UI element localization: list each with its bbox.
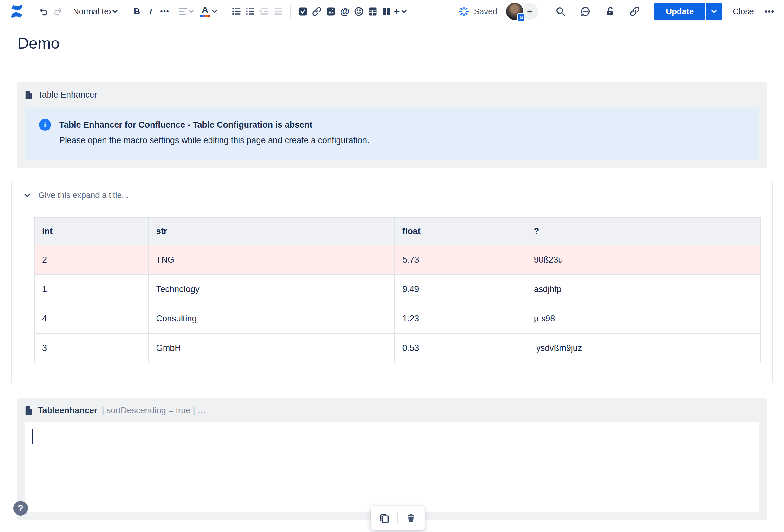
unlock-icon bbox=[605, 6, 615, 17]
expand-section: Give this expand a title... intstrfloat?… bbox=[11, 181, 773, 383]
data-table: intstrfloat? 2TNG5.7390ß23u1Technology9.… bbox=[34, 217, 761, 363]
table-cell[interactable]: 1 bbox=[34, 274, 148, 304]
confluence-logo-icon bbox=[9, 4, 24, 19]
search-icon bbox=[556, 6, 566, 17]
macro-header[interactable]: Tableenhancer | sortDescending = true | … bbox=[25, 406, 759, 415]
expand-title-placeholder[interactable]: Give this expand a title... bbox=[38, 190, 129, 200]
outdent-button[interactable] bbox=[257, 3, 271, 19]
macro-header[interactable]: Table Enhancer bbox=[25, 90, 759, 100]
undo-button[interactable] bbox=[37, 3, 51, 19]
plus-icon: + bbox=[527, 6, 533, 18]
italic-button[interactable]: I bbox=[144, 3, 158, 19]
table-cell[interactable]: 3 bbox=[34, 333, 148, 363]
comment-icon bbox=[580, 6, 590, 17]
layouts-button[interactable] bbox=[380, 3, 394, 19]
delete-node-button[interactable] bbox=[404, 511, 418, 525]
saving-spinner-icon bbox=[458, 6, 469, 17]
indent-button[interactable] bbox=[271, 3, 285, 19]
indent-icon bbox=[273, 6, 283, 17]
plus-icon: + bbox=[394, 5, 400, 18]
alignment-button[interactable] bbox=[179, 3, 195, 19]
comments-button[interactable] bbox=[578, 3, 592, 19]
user-avatar[interactable]: S bbox=[505, 2, 524, 21]
bold-button[interactable]: B bbox=[130, 3, 144, 19]
bold-icon: B bbox=[134, 6, 140, 17]
update-button[interactable]: Update bbox=[654, 3, 705, 20]
copy-icon bbox=[379, 513, 390, 524]
table-cell[interactable]: µ s98 bbox=[526, 304, 760, 333]
unlock-button[interactable] bbox=[603, 3, 617, 19]
bullet-list-icon bbox=[231, 6, 242, 17]
table-cell[interactable]: GmbH bbox=[148, 333, 395, 363]
table-enhancer-macro[interactable]: Table Enhancer i Table Enhancer for Conf… bbox=[18, 82, 766, 168]
column-header[interactable]: str bbox=[148, 217, 395, 245]
insert-more-button[interactable]: + bbox=[394, 3, 408, 19]
bullet-list-button[interactable] bbox=[229, 3, 243, 19]
table-cell[interactable]: 5.73 bbox=[395, 245, 526, 274]
numbered-list-button[interactable] bbox=[243, 3, 257, 19]
table-cell[interactable]: 9.49 bbox=[395, 274, 526, 304]
editor-content: Demo Table Enhancer i Table Enhancer for… bbox=[0, 34, 784, 520]
table-cell[interactable]: 90ß23u bbox=[526, 245, 760, 274]
macro-body-editor[interactable] bbox=[25, 422, 759, 512]
table-cell[interactable]: 2 bbox=[34, 245, 148, 274]
insert-image-button[interactable] bbox=[324, 3, 338, 19]
node-floating-toolbar bbox=[371, 506, 425, 530]
link-button[interactable] bbox=[310, 3, 324, 19]
tableenhancer-macro[interactable]: Tableenhancer | sortDescending = true | … bbox=[18, 398, 766, 520]
chevron-down-icon bbox=[710, 7, 718, 16]
text-cursor bbox=[32, 429, 33, 444]
copy-link-button[interactable] bbox=[628, 3, 642, 19]
avatar-status-badge: S bbox=[517, 13, 525, 21]
question-mark-icon: ? bbox=[18, 503, 24, 514]
toolbar-divider bbox=[453, 5, 453, 18]
close-button[interactable]: Close bbox=[733, 7, 754, 17]
help-button[interactable]: ? bbox=[13, 501, 28, 515]
info-panel-title: Table Enhancer for Confluence - Table Co… bbox=[59, 120, 369, 130]
update-options-button[interactable] bbox=[706, 3, 722, 20]
table-cell[interactable]: 0.53 bbox=[395, 333, 526, 363]
text-style-label: Normal text bbox=[73, 7, 111, 17]
table-cell[interactable]: Technology bbox=[148, 274, 395, 304]
copy-node-button[interactable] bbox=[377, 511, 392, 525]
expand-collapse-button[interactable] bbox=[23, 190, 32, 200]
table-cell[interactable]: Consulting bbox=[148, 304, 395, 333]
more-formatting-button[interactable]: ••• bbox=[158, 3, 172, 19]
toolbar-divider bbox=[397, 512, 398, 524]
column-header[interactable]: float bbox=[395, 217, 526, 245]
table-cell[interactable]: 1.23 bbox=[395, 304, 526, 333]
table-icon bbox=[368, 7, 377, 16]
table-row: 1Technology9.49asdjhfp bbox=[34, 274, 760, 304]
more-actions-button[interactable]: ••• bbox=[765, 7, 775, 16]
search-button[interactable] bbox=[554, 3, 567, 19]
table-row: 3GmbH0.53 ysdvßm9juz bbox=[34, 333, 760, 363]
table-cell[interactable]: asdjhfp bbox=[526, 274, 760, 304]
page-title[interactable]: Demo bbox=[18, 34, 766, 53]
outdent-icon bbox=[259, 6, 269, 17]
chevron-down-icon bbox=[111, 7, 119, 16]
alignment-icon bbox=[179, 8, 187, 15]
mention-icon: @ bbox=[340, 6, 349, 17]
numbered-list-icon bbox=[245, 6, 255, 17]
mention-button[interactable]: @ bbox=[338, 3, 352, 19]
redo-icon bbox=[53, 7, 62, 16]
text-style-dropdown[interactable]: Normal text bbox=[73, 7, 119, 17]
insert-table-button[interactable] bbox=[366, 3, 380, 19]
column-header[interactable]: ? bbox=[526, 217, 760, 245]
save-status-text: Saved bbox=[474, 7, 497, 17]
emoji-button[interactable] bbox=[352, 3, 366, 19]
emoji-icon bbox=[354, 7, 363, 16]
column-header[interactable]: int bbox=[34, 217, 148, 245]
table-cell[interactable]: TNG bbox=[148, 245, 395, 274]
action-item-button[interactable] bbox=[296, 3, 310, 19]
text-color-icon: A bbox=[200, 6, 211, 18]
table-cell[interactable]: ysdvßm9juz bbox=[526, 333, 760, 363]
table-cell[interactable]: 4 bbox=[34, 304, 148, 333]
chevron-down-icon bbox=[187, 7, 195, 16]
chevron-down-icon bbox=[400, 7, 408, 16]
chevron-down-icon bbox=[211, 7, 219, 16]
italic-icon: I bbox=[149, 6, 153, 17]
text-color-button[interactable]: A bbox=[200, 3, 219, 19]
table-header-row: intstrfloat? bbox=[34, 217, 760, 245]
redo-button[interactable] bbox=[51, 3, 65, 19]
